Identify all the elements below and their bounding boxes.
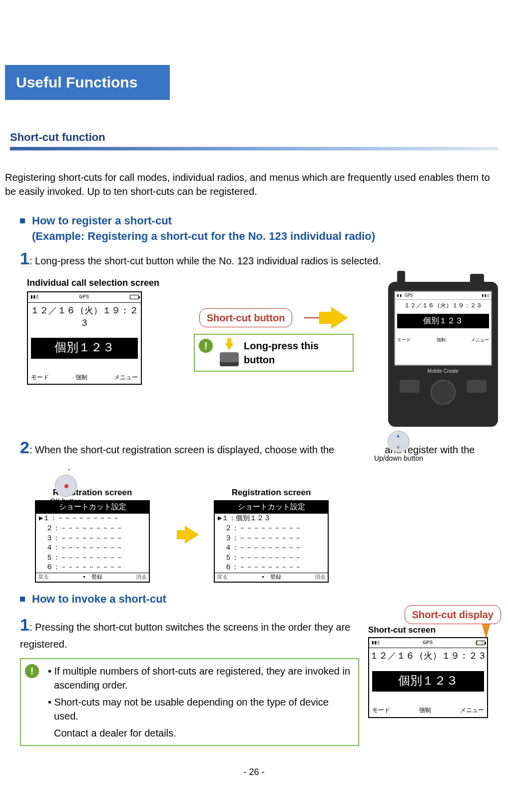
arrow-icon: [331, 307, 348, 329]
radio-lcd-main: 個別１２３: [397, 314, 489, 328]
individual-screen-label: Individual call selection screen: [27, 277, 159, 289]
bullet-icon: [20, 597, 25, 602]
individual-lcd: １２／１６（火）１９：２３ 個別１２３ モード 強制 メニュー: [27, 291, 142, 385]
radio-brand: Mobile Create: [394, 368, 492, 375]
updown-caption: Up/down button: [374, 454, 423, 464]
long-press-label: Long-press this button: [244, 339, 348, 367]
intro-paragraph: Registering short-cuts for call modes, i…: [5, 170, 498, 198]
reg-screen-label-right: Registration screen: [232, 487, 311, 499]
register-heading-line1: How to register a short-cut: [32, 213, 375, 229]
radio-device-graphic: ▮▮ GPS▮▮▯ １２／１６（火）１９：２３ 個別１２３ モード強制メニュー …: [388, 282, 498, 427]
step-number: 2: [20, 436, 29, 460]
registration-lcd-empty: ショートカット設定 ▶１：－－－－－－－－－ ２：－－－－－－－－－ ３：－－－…: [35, 500, 150, 583]
section-heading: Short-cut function: [10, 130, 498, 147]
shortcut-screen-label: Short-cut screen: [368, 624, 498, 636]
ok-caption: OK button: [50, 497, 81, 507]
step-number: 1: [20, 613, 29, 637]
step2-text-c: .: [68, 461, 71, 472]
invoke-heading: How to invoke a short-cut: [32, 592, 166, 607]
alert-icon: !: [199, 339, 213, 353]
physical-button-icon: [220, 352, 239, 362]
updown-button-icon: [388, 431, 410, 453]
shortcut-button-callout: Short-cut button: [199, 308, 293, 327]
softkey-mid: 強制: [75, 374, 87, 382]
invoke-note-box: ! If multiple numbers of short-cuts are …: [20, 658, 359, 746]
lcd-date: １２／１６（火）１９：２３: [28, 303, 141, 335]
ok-button-icon: [55, 475, 77, 497]
shortcut-lcd: Ｓ１ １２／１６（火）１９：２３ 個別１２３ モード 強制 メニュー: [368, 637, 488, 718]
bullet-icon: [20, 218, 25, 223]
section-rule: [10, 147, 498, 150]
softkey-right: メニュー: [114, 374, 138, 382]
lcd-main: 個別１２３: [31, 338, 138, 359]
invoke-step1-text: : Pressing the short-cut button switches…: [20, 622, 350, 650]
step2-text-a: : When the short-cut registration screen…: [29, 444, 334, 455]
page-number: - 26 -: [5, 766, 503, 779]
arrow-icon: [185, 526, 199, 544]
radio-lcd-date: １２／１６（火）１９：２３: [395, 300, 491, 313]
registration-lcd-filled: ショートカット設定 ▶１：個別１２３ ２：－－－－－－－－－ ３：－－－－－－－…: [214, 500, 329, 583]
step1-text: : Long-press the short-cut button while …: [29, 255, 381, 266]
note-item: If multiple numbers of short-cuts are re…: [48, 664, 353, 692]
page-title: Useful Functions: [5, 65, 170, 100]
alert-icon: !: [25, 664, 39, 678]
note-item: Short-cuts may not be usable depending o…: [48, 695, 353, 723]
shortcut-display-callout: Short-cut display: [405, 605, 501, 624]
softkey-left: モード: [31, 374, 49, 382]
press-arrow-icon: [225, 343, 233, 350]
note-subtext: Contact a dealer for details.: [48, 726, 353, 740]
register-heading-line2: (Example: Registering a short-cut for th…: [32, 229, 375, 244]
step-number: 1: [20, 247, 29, 271]
reg-row: ▶１：－－－－－－－－－: [36, 514, 149, 524]
